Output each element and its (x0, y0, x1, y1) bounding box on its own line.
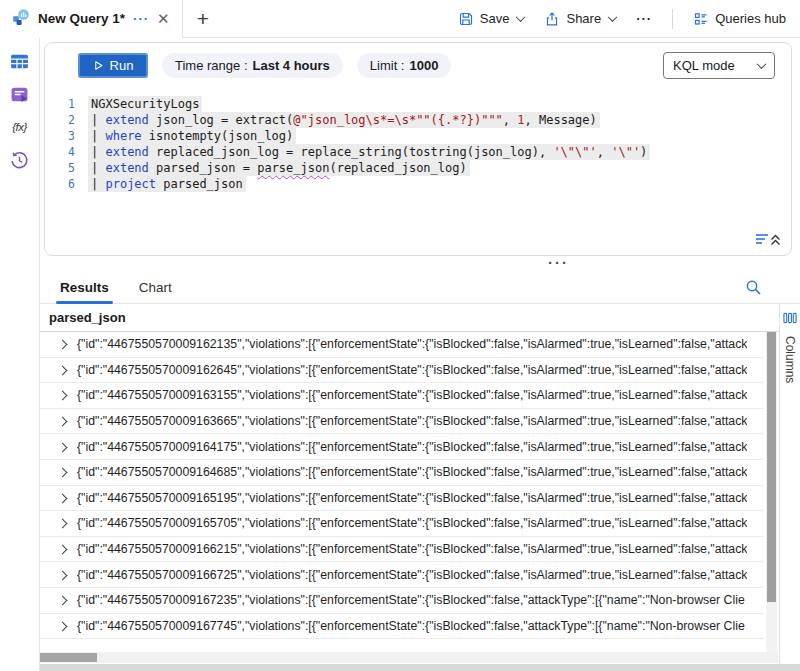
tab-close-icon[interactable]: ✕ (157, 11, 170, 26)
adx-web-ui: New Query 1* ··· ✕ + Save (0, 0, 800, 671)
save-button[interactable]: Save (458, 11, 525, 27)
expand-row-icon[interactable] (58, 365, 68, 375)
code-line[interactable]: 4| extend replaced_json_log = replace_st… (45, 144, 791, 160)
share-icon (544, 11, 560, 27)
tab-results[interactable]: Results (60, 272, 109, 303)
limit-value: 1000 (409, 58, 438, 73)
collapse-editor-icon[interactable] (755, 232, 781, 250)
queries-hub-icon (693, 11, 709, 27)
time-range-picker[interactable]: Time range : Last 4 hours (162, 53, 343, 78)
line-number: 1 (45, 96, 75, 112)
results-panel: Results Chart parsed_json {"id":"4467550… (40, 272, 800, 671)
code-line[interactable]: 6| project parsed_json (45, 176, 791, 192)
code-line[interactable]: 1NGXSecurityLogs (45, 96, 791, 112)
row-json-text: {"id":"4467550570009163665","violations"… (77, 414, 747, 428)
columns-panel-label: Columns (783, 336, 797, 383)
table-row[interactable]: {"id":"4467550570009166725","violations"… (40, 562, 764, 588)
line-number: 6 (45, 176, 75, 192)
play-icon (93, 60, 104, 71)
tab-more-icon[interactable]: ··· (133, 11, 149, 26)
limit-label: Limit : (370, 58, 405, 73)
expand-row-icon[interactable] (58, 390, 68, 400)
code-line[interactable]: 2| extend json_log = extract(@"json_log\… (45, 112, 791, 128)
expand-row-icon[interactable] (58, 621, 68, 631)
functions-label: {fx} (12, 121, 27, 133)
row-json-text: {"id":"4467550570009165195","violations"… (77, 491, 747, 505)
panel-splitter[interactable]: ··· (0, 256, 800, 272)
query-mode-select[interactable]: KQL mode (663, 52, 775, 79)
row-json-text: {"id":"4467550570009167235","violations"… (77, 593, 745, 607)
results-rows: {"id":"4467550570009162135","violations"… (40, 332, 764, 639)
chevron-down-icon (516, 12, 526, 22)
run-label: Run (110, 58, 134, 73)
vertical-scrollbar-thumb[interactable] (767, 332, 776, 602)
columns-icon (783, 310, 797, 328)
columns-side-panel[interactable]: Columns (779, 304, 800, 664)
tab-title: New Query 1* (38, 11, 125, 26)
table-row[interactable]: {"id":"4467550570009167235","violations"… (40, 588, 764, 614)
table-row[interactable]: {"id":"4467550570009162645","violations"… (40, 358, 764, 384)
expand-row-icon[interactable] (58, 595, 68, 605)
row-json-text: {"id":"4467550570009162135","violations"… (77, 337, 747, 351)
kql-editor[interactable]: 1NGXSecurityLogs2| extend json_log = ext… (45, 87, 791, 255)
vertical-scrollbar[interactable] (766, 332, 777, 652)
row-json-text: {"id":"4467550570009164175","violations"… (77, 440, 747, 454)
expand-row-icon[interactable] (58, 544, 68, 554)
table-row[interactable]: {"id":"4467550570009167745","violations"… (40, 614, 764, 640)
table-row[interactable]: {"id":"4467550570009166215","violations"… (40, 537, 764, 563)
search-icon[interactable] (745, 279, 762, 300)
grid-bottom-edge (40, 664, 800, 671)
splitter-handle-icon[interactable]: ··· (548, 254, 569, 271)
expand-row-icon[interactable] (58, 518, 68, 528)
adx-query-icon (12, 8, 30, 30)
functions-icon[interactable]: {fx} (10, 117, 30, 137)
queries-hub-button[interactable]: Queries hub (693, 11, 786, 27)
horizontal-scrollbar-thumb[interactable] (40, 653, 97, 662)
table-row[interactable]: {"id":"4467550570009165195","violations"… (40, 486, 764, 512)
expand-row-icon[interactable] (58, 493, 68, 503)
column-header-parsed-json[interactable]: parsed_json (40, 304, 779, 332)
code-line[interactable]: 3| where isnotempty(json_log) (45, 128, 791, 144)
table-row[interactable]: {"id":"4467550570009165705","violations"… (40, 511, 764, 537)
table-row[interactable]: {"id":"4467550570009164685","violations"… (40, 460, 764, 486)
new-tab-button[interactable]: + (183, 0, 223, 37)
row-json-text: {"id":"4467550570009166725","violations"… (77, 568, 747, 582)
expand-row-icon[interactable] (58, 570, 68, 580)
tab-actions: Save Share ··· (458, 0, 800, 37)
expand-row-icon[interactable] (58, 416, 68, 426)
row-json-text: {"id":"4467550570009165705","violations"… (77, 516, 747, 530)
save-icon (458, 11, 474, 27)
table-row[interactable]: {"id":"4467550570009162135","violations"… (40, 332, 764, 358)
line-number: 2 (45, 112, 75, 128)
save-label: Save (480, 11, 510, 26)
row-json-text: {"id":"4467550570009164685","violations"… (77, 465, 747, 479)
code-lines: 1NGXSecurityLogs2| extend json_log = ext… (45, 96, 791, 192)
more-actions-button[interactable]: ··· (636, 11, 652, 26)
code-line[interactable]: 5| extend parsed_json = parse_json(repla… (45, 160, 791, 176)
left-sidebar: {fx} (0, 38, 40, 671)
expand-row-icon[interactable] (58, 339, 68, 349)
query-tab[interactable]: New Query 1* ··· ✕ (0, 0, 183, 38)
row-json-text: {"id":"4467550570009167745","violations"… (77, 619, 745, 633)
code-text: | where isnotempty(json_log) (88, 128, 296, 144)
expand-row-icon[interactable] (58, 467, 68, 477)
query-history-icon[interactable] (10, 150, 30, 170)
code-text: | extend replaced_json_log = replace_str… (88, 144, 650, 160)
share-button[interactable]: Share (544, 11, 616, 27)
horizontal-scrollbar[interactable] (40, 652, 778, 663)
tab-chart[interactable]: Chart (139, 272, 172, 303)
row-json-text: {"id":"4467550570009162645","violations"… (77, 363, 747, 377)
query-toolbar: Run Time range : Last 4 hours Limit : 10… (45, 43, 791, 87)
saved-scripts-icon[interactable] (10, 84, 30, 104)
run-button[interactable]: Run (78, 53, 148, 78)
table-row[interactable]: {"id":"4467550570009163155","violations"… (40, 383, 764, 409)
code-text: NGXSecurityLogs (88, 96, 202, 112)
queries-hub-label: Queries hub (715, 11, 786, 26)
data-table-icon[interactable] (10, 51, 30, 71)
expand-row-icon[interactable] (58, 442, 68, 452)
limit-picker[interactable]: Limit : 1000 (357, 53, 452, 78)
line-number: 3 (45, 128, 75, 144)
table-row[interactable]: {"id":"4467550570009164175","violations"… (40, 434, 764, 460)
code-text: | extend json_log = extract(@"json_log\s… (88, 112, 600, 128)
table-row[interactable]: {"id":"4467550570009163665","violations"… (40, 409, 764, 435)
